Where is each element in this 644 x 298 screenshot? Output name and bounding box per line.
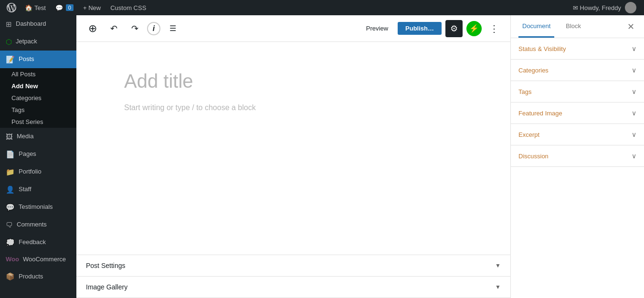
- sidebar-sub-categories[interactable]: Categories: [0, 92, 76, 104]
- new-item[interactable]: + New: [79, 0, 105, 15]
- sidebar-item-products[interactable]: 📦 Products: [0, 267, 76, 285]
- app-body: ⊞ Dashboard ⬡ Jetpack 📝 Posts All Posts …: [0, 15, 644, 298]
- section-discussion[interactable]: Discussion ∨: [511, 145, 644, 167]
- image-gallery-panel[interactable]: Image Gallery ▼: [76, 277, 510, 298]
- right-sidebar-close-button[interactable]: ✕: [625, 20, 636, 34]
- howdy-item[interactable]: ✉ Howdy, Freddy: [569, 0, 640, 15]
- woocommerce-icon: Woo: [6, 255, 19, 264]
- editor-wrap: ⊕ ↶ ↷ i ☰ Preview Publish… ⚙ ⚡ ⋮ Add tit…: [76, 15, 510, 298]
- posts-submenu: All Posts Add New Categories Tags Post S…: [0, 68, 76, 128]
- staff-icon: 👤: [6, 185, 15, 195]
- sidebar-item-staff[interactable]: 👤 Staff: [0, 181, 76, 198]
- tab-document[interactable]: Document: [518, 16, 554, 38]
- section-featured-image[interactable]: Featured Image ∨: [511, 103, 644, 124]
- discussion-chevron: ∨: [632, 152, 636, 160]
- jetpack-button[interactable]: ⚡: [466, 21, 482, 36]
- image-gallery-chevron: ▼: [495, 284, 501, 290]
- post-body-placeholder: Start writing or type / to choose a bloc…: [124, 103, 463, 112]
- custom-css-label: Custom CSS: [110, 4, 146, 11]
- right-sidebar: Document Block ✕ Status & Visibility ∨ C…: [510, 15, 644, 298]
- sidebar-sub-post-series[interactable]: Post Series: [0, 116, 76, 128]
- sidebar-label-dashboard: Dashboard: [16, 20, 46, 28]
- posts-icon: 📝: [6, 54, 15, 64]
- list-view-button[interactable]: ☰: [164, 20, 181, 37]
- sidebar-label-testimonials: Testimonials: [19, 203, 53, 211]
- sidebar-sub-tags[interactable]: Tags: [0, 104, 76, 116]
- right-sidebar-sections: Status & Visibility ∨ Categories ∨ Tags …: [511, 38, 644, 298]
- sidebar-label-feedback: Feedback: [19, 238, 46, 247]
- custom-css-item[interactable]: Custom CSS: [106, 0, 150, 15]
- portfolio-icon: 📁: [6, 167, 15, 177]
- testimonials-icon: 💬: [6, 202, 15, 212]
- sidebar-item-woocommerce[interactable]: Woo WooCommerce: [0, 251, 76, 267]
- feedback-icon: 💭: [6, 237, 15, 247]
- editor-toolbar: ⊕ ↶ ↷ i ☰ Preview Publish… ⚙ ⚡ ⋮: [76, 15, 510, 42]
- sidebar-label-media: Media: [17, 132, 33, 141]
- editor-content[interactable]: Add title Start writing or type / to cho…: [76, 42, 510, 255]
- discussion-label: Discussion: [518, 153, 549, 160]
- post-settings-panel[interactable]: Post Settings ▼: [76, 255, 510, 277]
- sidebar-label-pages: Pages: [19, 150, 36, 158]
- add-block-button[interactable]: ⊕: [84, 20, 101, 37]
- site-name-label: Test: [34, 4, 46, 11]
- editor-bottom-panels: Post Settings ▼ Image Gallery ▼: [76, 255, 510, 298]
- sidebar-item-jetpack[interactable]: ⬡ Jetpack: [0, 33, 76, 51]
- sidebar-item-dashboard[interactable]: ⊞ Dashboard: [0, 15, 76, 33]
- tags-chevron: ∨: [632, 88, 636, 95]
- pages-icon: 📄: [6, 149, 15, 159]
- toolbar-right: Preview Publish… ⚙ ⚡ ⋮: [360, 20, 503, 37]
- sidebar-label-products: Products: [19, 272, 43, 281]
- post-settings-label: Post Settings: [86, 262, 126, 269]
- preview-button[interactable]: Preview: [360, 22, 394, 35]
- sidebar-item-posts[interactable]: 📝 Posts: [0, 51, 76, 68]
- new-label: + New: [83, 4, 101, 11]
- featured-image-label: Featured Image: [518, 110, 562, 117]
- sidebar-item-media[interactable]: 🖼 Media: [0, 128, 76, 145]
- section-status-visibility[interactable]: Status & Visibility ∨: [511, 38, 644, 60]
- settings-button[interactable]: ⚙: [445, 20, 463, 37]
- admin-bar-right: ✉ Howdy, Freddy: [569, 0, 640, 15]
- sidebar-sub-all-posts[interactable]: All Posts: [0, 68, 76, 80]
- more-options-button[interactable]: ⋮: [486, 20, 503, 37]
- status-visibility-chevron: ∨: [632, 45, 636, 52]
- comments-item[interactable]: 💬 0: [52, 0, 77, 15]
- section-tags[interactable]: Tags ∨: [511, 81, 644, 103]
- sidebar-item-testimonials[interactable]: 💬 Testimonials: [0, 198, 76, 216]
- comments-count: 0: [66, 4, 74, 11]
- site-name[interactable]: 🏠 Test: [21, 0, 50, 15]
- sidebar-label-jetpack: Jetpack: [16, 37, 37, 46]
- status-visibility-label: Status & Visibility: [518, 45, 566, 52]
- sidebar-item-pages[interactable]: 📄 Pages: [0, 145, 76, 163]
- image-gallery-label: Image Gallery: [86, 283, 127, 291]
- message-icon: ✉: [573, 4, 578, 11]
- section-categories[interactable]: Categories ∨: [511, 60, 644, 81]
- sidebar-label-comments: Comments: [17, 220, 47, 229]
- section-excerpt[interactable]: Excerpt ∨: [511, 124, 644, 145]
- admin-bar: 🏠 Test 💬 0 + New Custom CSS ✉ Howdy, Fre…: [0, 0, 644, 15]
- sidebar-item-portfolio[interactable]: 📁 Portfolio: [0, 163, 76, 181]
- sidebar-label-portfolio: Portfolio: [19, 167, 42, 176]
- tab-block[interactable]: Block: [562, 16, 585, 38]
- tags-label: Tags: [518, 88, 531, 95]
- info-button[interactable]: i: [147, 22, 160, 35]
- publish-button[interactable]: Publish…: [398, 22, 442, 35]
- dashboard-icon: ⊞: [6, 19, 12, 29]
- sidebar-label-posts: Posts: [19, 55, 34, 63]
- excerpt-chevron: ∨: [632, 131, 636, 138]
- sidebar-sub-add-new[interactable]: Add New: [0, 80, 76, 92]
- redo-button[interactable]: ↷: [126, 20, 143, 37]
- post-title-placeholder[interactable]: Add title: [124, 71, 463, 92]
- excerpt-label: Excerpt: [518, 131, 539, 138]
- wp-logo[interactable]: [4, 0, 19, 15]
- howdy-label: Howdy, Freddy: [580, 4, 621, 11]
- categories-chevron: ∨: [632, 66, 636, 74]
- products-icon: 📦: [6, 271, 15, 281]
- sidebar-item-comments[interactable]: 🗨 Comments: [0, 216, 76, 234]
- categories-label: Categories: [518, 67, 549, 74]
- undo-button[interactable]: ↶: [105, 20, 122, 37]
- sidebar-label-woocommerce: WooCommerce: [23, 255, 66, 264]
- sidebar-item-feedback[interactable]: 💭 Feedback: [0, 234, 76, 251]
- featured-image-chevron: ∨: [632, 109, 636, 117]
- sidebar-label-staff: Staff: [19, 185, 32, 194]
- comment-icon: 💬: [55, 4, 63, 11]
